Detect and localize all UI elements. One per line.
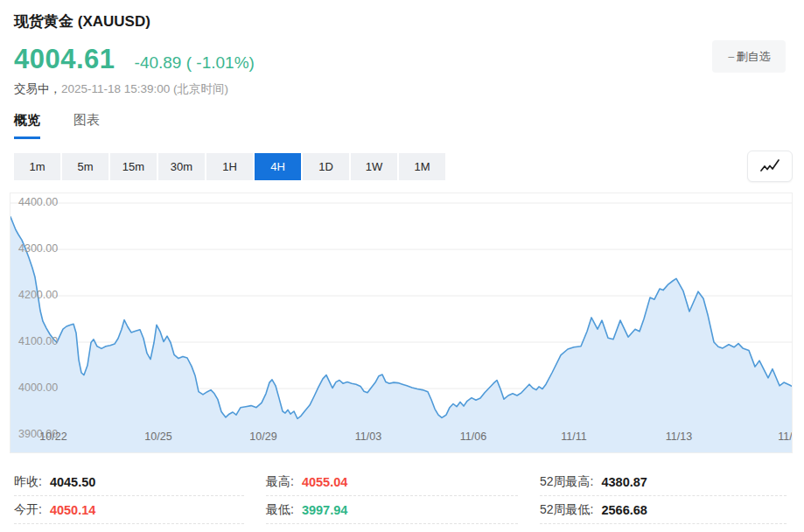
tab-概览[interactable]: 概览 xyxy=(14,112,40,139)
stat-value: 3997.94 xyxy=(302,503,347,517)
interval-button-4H[interactable]: 4H xyxy=(255,153,301,180)
stat-label: 最低: xyxy=(266,502,294,518)
stat-label: 昨收: xyxy=(14,474,42,490)
stat-row: 昨收:4045.50 xyxy=(14,468,244,496)
stat-value: 4045.50 xyxy=(50,475,95,489)
interval-button-1M[interactable]: 1M xyxy=(399,153,445,180)
interval-button-5m[interactable]: 5m xyxy=(62,153,108,180)
quote-timestamp: 2025-11-18 15:39:00 (北京时间) xyxy=(61,82,228,95)
stat-row: 今开:4050.14 xyxy=(14,496,244,524)
interval-button-group: 1m5m15m30m1H4H1D1W1M xyxy=(14,153,445,180)
quote-stats: 昨收:4045.50今开:4050.14最高:4055.04最低:3997.94… xyxy=(14,468,790,524)
stat-row: 最低:3997.94 xyxy=(266,496,518,524)
stat-value: 2566.68 xyxy=(601,503,647,517)
chart-toolbar: 1m5m15m30m1H4H1D1W1M xyxy=(0,150,804,182)
last-price: 4004.61 xyxy=(14,44,115,75)
remove-favorite-button[interactable]: − 删自选 xyxy=(712,40,786,73)
interval-button-15m[interactable]: 15m xyxy=(110,153,157,180)
stat-value: 4380.87 xyxy=(601,475,647,489)
stat-value: 4055.04 xyxy=(302,475,347,489)
interval-button-30m[interactable]: 30m xyxy=(158,153,205,180)
minus-icon: − xyxy=(727,51,734,63)
stats-column: 最高:4055.04最低:3997.94 xyxy=(266,468,518,524)
stats-column: 52周最高:4380.8752周最低:2566.68 xyxy=(540,468,787,524)
interval-button-1H[interactable]: 1H xyxy=(206,153,253,180)
price-change: -40.89 ( -1.01%) xyxy=(135,53,255,73)
stat-label: 52周最高: xyxy=(540,474,593,490)
price-chart[interactable]: 4400.004300.004200.004100.004000.003900.… xyxy=(10,192,793,453)
stat-row: 最高:4055.04 xyxy=(266,468,518,496)
instrument-title: 现货黄金 (XAUUSD) xyxy=(14,11,787,32)
stat-label: 52周最低: xyxy=(540,502,593,518)
interval-button-1W[interactable]: 1W xyxy=(351,153,397,180)
remove-favorite-label: 删自选 xyxy=(737,49,771,65)
stat-label: 今开: xyxy=(14,502,42,518)
sparkline-icon xyxy=(759,158,781,175)
stat-row: 52周最低:2566.68 xyxy=(540,496,787,524)
stat-value: 4050.14 xyxy=(50,503,95,517)
quote-header: 现货黄金 (XAUUSD) − 删自选 4004.61 -40.89 ( -1.… xyxy=(0,0,804,97)
price-row: 4004.61 -40.89 ( -1.01%) xyxy=(14,44,787,75)
chart-type-button[interactable] xyxy=(747,150,793,182)
interval-button-1D[interactable]: 1D xyxy=(303,153,349,180)
stat-label: 最高: xyxy=(266,474,294,490)
quote-page: { "header": { "title": "现货黄金 (XAUUSD)", … xyxy=(0,0,804,532)
trading-status: 交易中， xyxy=(14,82,61,95)
tab-图表[interactable]: 图表 xyxy=(73,112,100,139)
view-tabs: 概览图表 xyxy=(0,112,804,139)
stat-row: 52周最高:4380.87 xyxy=(540,468,787,496)
price-chart-canvas xyxy=(10,193,792,452)
stats-column: 昨收:4045.50今开:4050.14 xyxy=(14,468,244,524)
trading-status-row: 交易中，2025-11-18 15:39:00 (北京时间) xyxy=(14,81,787,97)
interval-button-1m[interactable]: 1m xyxy=(14,153,60,180)
